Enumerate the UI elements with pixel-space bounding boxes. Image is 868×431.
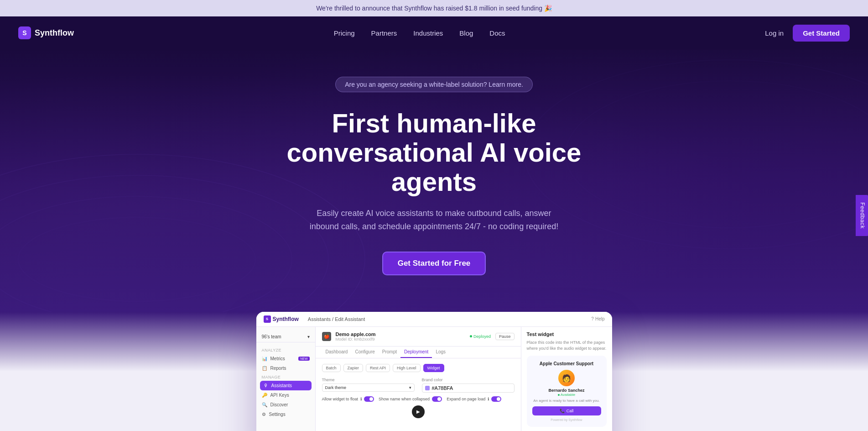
tab-dashboard[interactable]: Dashboard xyxy=(322,347,352,358)
mock-sidebar: 96's team ▾ ANALYZE 📊 Metrics NEW 📋 Repo… xyxy=(256,327,316,431)
agent-status-dot xyxy=(558,394,560,396)
phone-icon: 📞 xyxy=(560,409,565,413)
svg-point-2 xyxy=(0,196,292,312)
mock-help[interactable]: ? Help xyxy=(591,316,604,321)
logo-icon: S xyxy=(18,26,31,39)
mock-content: Batch Zapier Rest API High Level Widget … xyxy=(316,358,521,424)
mock-call-button[interactable]: 📞 Call xyxy=(532,406,601,415)
mock-body: 96's team ▾ ANALYZE 📊 Metrics NEW 📋 Repo… xyxy=(256,327,612,431)
tab-deployment[interactable]: Deployment xyxy=(400,347,432,358)
mock-powered-by: Powered by Synthflow xyxy=(532,418,601,421)
svg-point-3 xyxy=(18,217,255,301)
reports-icon: 📋 xyxy=(262,366,267,371)
mock-pause-button[interactable]: Pause xyxy=(495,333,515,340)
mock-main: 🍎 Demo apple.com Model ID: kmb2xxxlf9 De… xyxy=(316,327,521,431)
subtab-restapi[interactable]: Rest API xyxy=(366,364,390,372)
mock-nav-settings[interactable]: ⚙ Settings xyxy=(256,410,315,419)
metrics-icon: 📊 xyxy=(262,356,267,361)
settings-icon: ⚙ xyxy=(262,412,266,417)
mock-manage-label: MANAGE xyxy=(256,373,315,381)
hero-section: Are you an agency seeking a white-label … xyxy=(0,49,868,312)
agency-badge[interactable]: Are you an agency seeking a white-label … xyxy=(335,77,533,92)
mock-agent-status: Available xyxy=(532,393,601,397)
hero-title: First human-like conversational AI voice… xyxy=(252,109,617,196)
hero-subtitle: Easily create AI voice assistants to mak… xyxy=(302,207,567,233)
nav-item-pricing[interactable]: Pricing xyxy=(334,29,355,37)
mock-breadcrumb: Assistants / Edit Assistant xyxy=(308,316,365,322)
tab-logs[interactable]: Logs xyxy=(432,347,449,358)
mock-brand-color-label: Brand color xyxy=(422,378,515,382)
mock-tabs: Dashboard Configure Prompt Deployment Lo… xyxy=(316,347,521,358)
nav-item-blog[interactable]: Blog xyxy=(459,29,473,37)
mock-toggle-float-switch[interactable] xyxy=(364,396,374,402)
mock-nav-assistants[interactable]: 🎙 Assistants xyxy=(260,381,312,390)
new-badge: NEW xyxy=(298,357,309,361)
mock-topbar: S Synthflow Assistants / Edit Assistant … xyxy=(256,312,612,327)
mock-toggle-expand: Expand on page load ℹ xyxy=(447,396,501,402)
mock-sub-tabs: Batch Zapier Rest API High Level Widget xyxy=(322,364,515,372)
mock-assistant-name: Demo apple.com xyxy=(336,331,465,337)
mock-widget-preview-title: Apple Customer Support xyxy=(532,361,601,366)
mock-logo-icon: S xyxy=(264,315,271,323)
mock-theme-group: Theme Dark theme ▾ xyxy=(322,378,415,393)
subtab-widget[interactable]: Widget xyxy=(423,364,444,372)
navbar-actions: Log in Get Started xyxy=(765,25,850,42)
subtab-highlevel[interactable]: High Level xyxy=(393,364,421,372)
get-started-free-button[interactable]: Get Started for Free xyxy=(382,252,486,275)
mock-assistant-header: 🍎 Demo apple.com Model ID: kmb2xxxlf9 De… xyxy=(316,327,521,347)
mock-widget-desc: Place this code into the HTML of the pag… xyxy=(527,340,607,351)
discover-icon: 🔍 xyxy=(262,402,267,407)
announcement-bar: We're thrilled to announce that Synthflo… xyxy=(0,0,868,16)
assistants-icon: 🎙 xyxy=(264,383,268,388)
navbar: S Synthflow Pricing Partners Industries … xyxy=(0,16,868,49)
mock-toggle-showname: Show name when collapsed xyxy=(379,396,442,402)
mock-color-dot xyxy=(425,386,430,390)
mock-team-select[interactable]: 96's team ▾ xyxy=(256,331,315,342)
mock-logo: S Synthflow xyxy=(264,315,299,323)
mock-assistant-info: Demo apple.com Model ID: kmb2xxxlf9 xyxy=(336,331,465,342)
mock-agent-desc: An agent is ready to have a call with yo… xyxy=(532,399,601,403)
announcement-text: We're thrilled to announce that Synthflo… xyxy=(316,5,552,12)
mock-assistant-id: Model ID: kmb2xxxlf9 xyxy=(336,337,465,342)
deployed-dot xyxy=(470,335,472,337)
api-keys-icon: 🔑 xyxy=(262,393,267,398)
mock-widget-title: Test widget xyxy=(527,331,607,337)
mock-theme-label: Theme xyxy=(322,378,415,382)
feedback-tab[interactable]: Feedback xyxy=(855,195,868,236)
mock-widget-panel: Test widget Place this code into the HTM… xyxy=(521,327,612,431)
nav-item-partners[interactable]: Partners xyxy=(371,29,397,37)
mock-analyze-label: ANALYZE xyxy=(256,346,315,354)
navbar-brand-name: Synthflow xyxy=(35,28,74,38)
mock-play-button[interactable]: ▶ xyxy=(412,405,425,418)
login-button[interactable]: Log in xyxy=(765,29,784,37)
mock-agent-avatar: 🧑 xyxy=(558,370,575,386)
mock-nav-reports[interactable]: 📋 Reports xyxy=(256,363,315,373)
tab-configure[interactable]: Configure xyxy=(351,347,378,358)
nav-item-industries[interactable]: Industries xyxy=(413,29,443,37)
tab-prompt[interactable]: Prompt xyxy=(379,347,400,358)
mock-nav-discover[interactable]: 🔍 Discover xyxy=(256,400,315,410)
subtab-batch[interactable]: Batch xyxy=(322,364,341,372)
dashboard-mockup: S Synthflow Assistants / Edit Assistant … xyxy=(256,312,612,431)
mock-agent-name: Bernardo Sanchez xyxy=(532,388,601,393)
navbar-nav: Pricing Partners Industries Blog Docs xyxy=(334,29,505,37)
get-started-nav-button[interactable]: Get Started xyxy=(793,25,850,42)
mock-assistant-logo-icon: 🍎 xyxy=(322,332,331,341)
mock-theme-select[interactable]: Dark theme ▾ xyxy=(322,384,415,392)
dashboard-section: S Synthflow Assistants / Edit Assistant … xyxy=(0,312,868,431)
synthflow-brand-small: Synthflow xyxy=(568,418,582,421)
subtab-zapier[interactable]: Zapier xyxy=(343,364,364,372)
mock-toggle-float: Allow widget to float ℹ xyxy=(322,396,374,402)
mock-widget-preview: Apple Customer Support 🧑 Bernardo Sanche… xyxy=(527,356,607,427)
nav-item-docs[interactable]: Docs xyxy=(489,29,505,37)
mock-toggle-row: Allow widget to float ℹ Show name when c… xyxy=(322,396,515,402)
navbar-logo[interactable]: S Synthflow xyxy=(18,26,74,39)
mock-toggle-showname-switch[interactable] xyxy=(432,396,442,402)
mock-brand-color-input[interactable]: #A78BFA xyxy=(422,384,515,393)
mock-toggle-expand-switch[interactable] xyxy=(491,396,501,402)
mock-form-row-theme: Theme Dark theme ▾ Brand color #A78BFA xyxy=(322,378,515,393)
mock-nav-metrics[interactable]: 📊 Metrics NEW xyxy=(256,354,315,363)
mock-deployed-status: Deployed xyxy=(470,334,491,339)
mock-nav-apikeys[interactable]: 🔑 API Keys xyxy=(256,390,315,400)
mock-brand-color-group: Brand color #A78BFA xyxy=(422,378,515,393)
